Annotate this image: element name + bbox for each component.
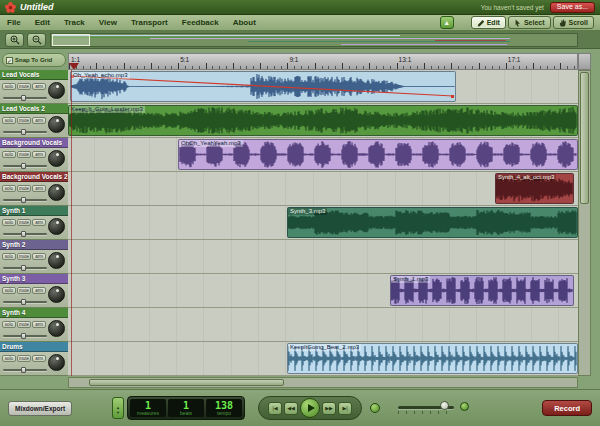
solo-button[interactable]: solo bbox=[2, 287, 16, 294]
go-end-button[interactable]: ▶| bbox=[338, 402, 352, 415]
vertical-scrollbar[interactable] bbox=[578, 70, 591, 376]
solo-button[interactable]: solo bbox=[2, 253, 16, 260]
mode-button-select[interactable]: Select bbox=[508, 16, 551, 29]
mute-button[interactable]: mute bbox=[17, 151, 31, 158]
pan-slider[interactable] bbox=[3, 197, 47, 203]
arm-button[interactable]: arm bbox=[32, 321, 46, 328]
audio-clip[interactable]: Synth_3.mp3 bbox=[287, 207, 578, 238]
mute-button[interactable]: mute bbox=[17, 321, 31, 328]
pan-handle[interactable] bbox=[21, 95, 26, 101]
arm-button[interactable]: arm bbox=[32, 253, 46, 260]
horizontal-scrollbar-thumb[interactable] bbox=[89, 379, 284, 386]
pan-handle[interactable] bbox=[21, 231, 26, 237]
tempo-stepper[interactable]: ▲▼ bbox=[112, 397, 124, 419]
mode-button-edit[interactable]: Edit bbox=[471, 16, 506, 29]
snap-to-grid-toggle[interactable]: ✓ Snap To Grid bbox=[2, 53, 66, 67]
save-as-button[interactable]: Save as... bbox=[550, 2, 595, 13]
track-lane[interactable]: OhOh_YeahYeah.mp3 bbox=[68, 138, 578, 172]
mute-button[interactable]: mute bbox=[17, 253, 31, 260]
song-overview[interactable] bbox=[50, 33, 578, 47]
volume-knob[interactable] bbox=[48, 252, 65, 269]
automation-node[interactable] bbox=[451, 95, 454, 98]
pan-handle[interactable] bbox=[21, 299, 26, 305]
track-lane[interactable]: Synth_1.mp3 bbox=[68, 274, 578, 308]
pan-slider[interactable] bbox=[3, 265, 47, 271]
arm-button[interactable]: arm bbox=[32, 83, 46, 90]
arm-button[interactable]: arm bbox=[32, 185, 46, 192]
play-button[interactable] bbox=[300, 398, 320, 418]
volume-knob[interactable] bbox=[48, 116, 65, 133]
track-lane[interactable]: Keep_It_Goin_Louder.mp3 bbox=[68, 104, 578, 138]
menu-file[interactable]: File bbox=[0, 15, 28, 31]
zoom-in-button[interactable] bbox=[5, 33, 24, 47]
audio-clip[interactable]: Keep_It_Goin_Louder.mp3 bbox=[68, 105, 578, 136]
solo-button[interactable]: solo bbox=[2, 117, 16, 124]
arm-button[interactable]: arm bbox=[32, 355, 46, 362]
mute-button[interactable]: mute bbox=[17, 287, 31, 294]
mute-button[interactable]: mute bbox=[17, 355, 31, 362]
mute-button[interactable]: mute bbox=[17, 219, 31, 226]
volume-knob[interactable] bbox=[48, 150, 65, 167]
arm-button[interactable]: arm bbox=[32, 287, 46, 294]
pan-handle[interactable] bbox=[21, 333, 26, 339]
pan-slider[interactable] bbox=[3, 129, 47, 135]
pan-slider[interactable] bbox=[3, 95, 47, 101]
track-lane[interactable]: KeepItGoing_Beat_2.mp3 bbox=[68, 342, 578, 376]
pan-handle[interactable] bbox=[21, 367, 26, 373]
overview-viewport[interactable] bbox=[52, 34, 90, 46]
audio-clip[interactable]: Oh_Yeah_echo.mp3 bbox=[70, 71, 456, 102]
audio-clip[interactable]: Synth_4_alt_oct.mp3 bbox=[495, 173, 574, 204]
track-lane[interactable]: Oh_Yeah_echo.mp3 bbox=[68, 70, 578, 104]
rewind-button[interactable]: ◀◀ bbox=[284, 402, 298, 415]
audio-clip[interactable]: OhOh_YeahYeah.mp3 bbox=[178, 139, 578, 170]
track-lane[interactable]: Synth_3.mp3 bbox=[68, 206, 578, 240]
volume-knob[interactable] bbox=[48, 354, 65, 371]
pan-slider[interactable] bbox=[3, 163, 47, 169]
mute-button[interactable]: mute bbox=[17, 117, 31, 124]
menu-edit[interactable]: Edit bbox=[28, 15, 57, 31]
pan-handle[interactable] bbox=[21, 163, 26, 169]
mute-button[interactable]: mute bbox=[17, 185, 31, 192]
pan-handle[interactable] bbox=[21, 265, 26, 271]
menu-view[interactable]: View bbox=[92, 15, 124, 31]
volume-knob[interactable] bbox=[48, 286, 65, 303]
volume-knob[interactable] bbox=[48, 218, 65, 235]
pan-slider[interactable] bbox=[3, 231, 47, 237]
pan-slider[interactable] bbox=[3, 367, 47, 373]
horizontal-scrollbar[interactable] bbox=[68, 377, 578, 388]
solo-button[interactable]: solo bbox=[2, 185, 16, 192]
audio-clip[interactable]: Synth_1.mp3 bbox=[390, 275, 574, 306]
solo-button[interactable]: solo bbox=[2, 83, 16, 90]
volume-knob[interactable] bbox=[48, 82, 65, 99]
loop-button[interactable] bbox=[370, 403, 380, 413]
arm-button[interactable]: arm bbox=[32, 117, 46, 124]
volume-knob[interactable] bbox=[48, 184, 65, 201]
menu-about[interactable]: About bbox=[226, 15, 263, 31]
mode-button-scroll[interactable]: Scroll bbox=[553, 16, 594, 29]
mixdown-export-button[interactable]: Mixdown/Export bbox=[8, 401, 72, 416]
volume-handle[interactable] bbox=[440, 401, 449, 410]
record-button[interactable]: Record bbox=[542, 400, 592, 416]
solo-button[interactable]: solo bbox=[2, 219, 16, 226]
audio-clip[interactable]: KeepItGoing_Beat_2.mp3 bbox=[287, 343, 578, 374]
menu-transport[interactable]: Transport bbox=[124, 15, 175, 31]
pan-handle[interactable] bbox=[21, 129, 26, 135]
pan-handle[interactable] bbox=[21, 197, 26, 203]
publish-button[interactable]: ▲ bbox=[440, 16, 454, 29]
go-start-button[interactable]: |◀ bbox=[268, 402, 282, 415]
solo-button[interactable]: solo bbox=[2, 355, 16, 362]
track-lane[interactable] bbox=[68, 308, 578, 342]
menu-feedback[interactable]: Feedback bbox=[175, 15, 226, 31]
pan-slider[interactable] bbox=[3, 299, 47, 305]
track-lane[interactable] bbox=[68, 240, 578, 274]
volume-knob[interactable] bbox=[48, 320, 65, 337]
solo-button[interactable]: solo bbox=[2, 151, 16, 158]
playhead-marker[interactable] bbox=[69, 63, 79, 70]
track-lane[interactable]: Synth_4_alt_oct.mp3 bbox=[68, 172, 578, 206]
menu-track[interactable]: Track bbox=[57, 15, 92, 31]
arm-button[interactable]: arm bbox=[32, 219, 46, 226]
mute-button[interactable]: mute bbox=[17, 83, 31, 90]
zoom-out-button[interactable] bbox=[27, 33, 46, 47]
vertical-scrollbar-thumb[interactable] bbox=[580, 72, 589, 204]
snap-checkbox[interactable]: ✓ bbox=[6, 57, 13, 64]
